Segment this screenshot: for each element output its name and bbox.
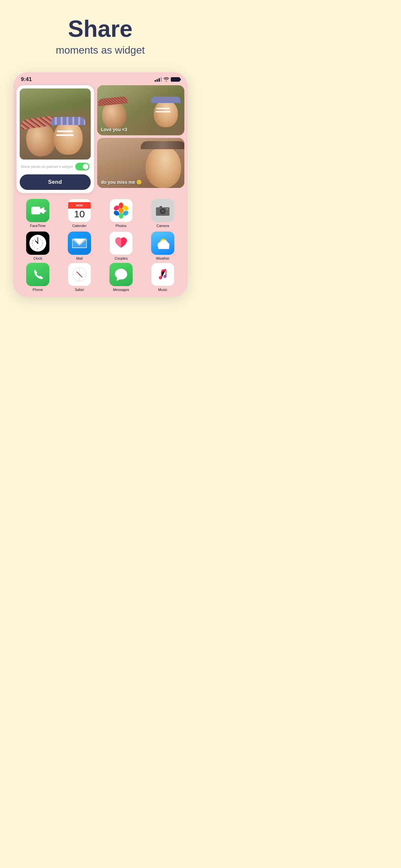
svg-text:10: 10 bbox=[32, 240, 34, 242]
svg-text:7: 7 bbox=[34, 247, 35, 248]
phone-mockup: 9:41 bbox=[10, 72, 191, 297]
widget-caption-bottom: do you miss me 🙂 bbox=[101, 180, 142, 185]
widget-caption-top: Love you <3 bbox=[101, 127, 127, 132]
toggle-row: Show photo on partner's widget bbox=[20, 159, 91, 172]
svg-point-40 bbox=[79, 274, 81, 275]
svg-text:2: 2 bbox=[42, 240, 42, 242]
messages-label: Messages bbox=[113, 288, 129, 291]
phone-screen: 9:41 bbox=[13, 72, 188, 297]
app-facetime[interactable]: FaceTime bbox=[19, 199, 58, 228]
svg-text:6: 6 bbox=[37, 248, 38, 250]
wface-right bbox=[154, 100, 178, 127]
couple-photo-sim bbox=[20, 89, 91, 159]
page-wrapper: Share moments as widget 9:41 bbox=[0, 0, 201, 316]
battery-icon bbox=[171, 77, 180, 82]
photo-bg-bottom: do you miss me 🙂 bbox=[97, 138, 184, 188]
svg-text:1: 1 bbox=[40, 239, 41, 240]
svg-point-8 bbox=[119, 208, 123, 213]
photo-widget-panel: Show photo on partner's widget Send bbox=[17, 85, 94, 193]
calendar-month: MON bbox=[68, 202, 91, 209]
safari-icon bbox=[68, 263, 91, 286]
svg-text:4: 4 bbox=[42, 245, 42, 246]
phone-icon bbox=[26, 263, 50, 286]
signal-icon bbox=[155, 77, 162, 82]
svg-text:8: 8 bbox=[33, 245, 34, 246]
app-phone[interactable]: Phone bbox=[19, 263, 58, 291]
toggle-label: Show photo on partner's widget bbox=[21, 165, 73, 168]
svg-rect-0 bbox=[31, 207, 40, 214]
app-music[interactable]: Music bbox=[143, 263, 182, 291]
calendar-label: Calender bbox=[72, 224, 87, 228]
app-clock[interactable]: 12 3 6 9 1 2 4 5 7 8 10 bbox=[19, 231, 58, 260]
photos-label: Photos bbox=[116, 224, 127, 228]
app-camera[interactable]: Camera bbox=[143, 199, 182, 228]
mail-label: Mail bbox=[76, 256, 83, 260]
weather-label: Weather bbox=[156, 256, 169, 260]
svg-point-29 bbox=[37, 243, 38, 244]
widget-photo-top: Love you <3 bbox=[97, 85, 184, 135]
svg-text:3: 3 bbox=[42, 242, 43, 244]
svg-rect-9 bbox=[159, 206, 162, 208]
phone-label: Phone bbox=[33, 288, 43, 291]
svg-rect-14 bbox=[166, 208, 168, 210]
camera-icon bbox=[151, 199, 174, 222]
status-time: 9:41 bbox=[21, 76, 32, 83]
svg-point-13 bbox=[163, 210, 164, 211]
photo-widget-card: Show photo on partner's widget Send bbox=[17, 85, 94, 193]
couples-label: Couples bbox=[115, 256, 127, 260]
couples-icon bbox=[110, 231, 133, 255]
app-grid-row1: FaceTime MON 10 Calender bbox=[13, 196, 188, 229]
safari-label: Safari bbox=[75, 288, 84, 291]
widget-photo-bottom: do you miss me 🙂 bbox=[97, 138, 184, 188]
calendar-date: 10 bbox=[74, 209, 85, 219]
status-bar: 9:41 bbox=[13, 72, 188, 85]
wifi-icon bbox=[163, 77, 169, 82]
app-grid-row3: Phone bbox=[13, 263, 188, 297]
mail-icon bbox=[68, 231, 91, 255]
clock-icon: 12 3 6 9 1 2 4 5 7 8 10 bbox=[26, 231, 50, 255]
page-title: Share bbox=[13, 16, 188, 42]
status-icons bbox=[155, 77, 180, 82]
app-photos[interactable]: Photos bbox=[102, 199, 141, 228]
toggle-switch[interactable] bbox=[75, 163, 89, 170]
app-mail[interactable]: Mail bbox=[60, 231, 99, 260]
svg-point-44 bbox=[163, 275, 166, 278]
app-weather[interactable]: Weather bbox=[143, 231, 182, 260]
svg-point-43 bbox=[159, 276, 162, 279]
messages-icon bbox=[110, 263, 133, 286]
face-right bbox=[54, 121, 83, 155]
facetime-label: FaceTime bbox=[30, 224, 46, 228]
photos-icon bbox=[110, 199, 133, 222]
header: Share moments as widget bbox=[0, 0, 201, 66]
svg-text:9: 9 bbox=[32, 242, 33, 244]
music-label: Music bbox=[158, 288, 167, 291]
send-button[interactable]: Send bbox=[20, 175, 91, 190]
app-safari[interactable]: Safari bbox=[60, 263, 99, 291]
svg-rect-35 bbox=[158, 245, 169, 249]
svg-text:11: 11 bbox=[34, 239, 36, 240]
app-calendar[interactable]: MON 10 Calender bbox=[60, 199, 99, 228]
facetime-icon bbox=[26, 199, 50, 222]
clock-label: Clock bbox=[33, 256, 42, 260]
app-messages[interactable]: Messages bbox=[102, 263, 141, 291]
photo-bg-top: Love you <3 bbox=[97, 85, 184, 135]
svg-point-2 bbox=[119, 203, 123, 208]
svg-text:5: 5 bbox=[40, 247, 41, 248]
right-panel: Love you <3 do you miss me 🙂 bbox=[97, 85, 184, 193]
clock-face: 12 3 6 9 1 2 4 5 7 8 10 bbox=[29, 235, 46, 252]
svg-point-3 bbox=[119, 213, 123, 219]
phone-main-content: Show photo on partner's widget Send bbox=[13, 85, 188, 196]
page-subtitle: moments as widget bbox=[13, 44, 188, 56]
camera-label: Camera bbox=[156, 224, 169, 228]
bface bbox=[146, 146, 181, 188]
music-icon bbox=[151, 263, 174, 286]
calendar-icon: MON 10 bbox=[68, 199, 91, 222]
app-couples[interactable]: Couples bbox=[102, 231, 141, 260]
app-grid-row2: 12 3 6 9 1 2 4 5 7 8 10 bbox=[13, 229, 188, 261]
svg-point-12 bbox=[161, 210, 164, 213]
widget-photo-large bbox=[20, 89, 91, 159]
weather-icon bbox=[151, 231, 174, 255]
